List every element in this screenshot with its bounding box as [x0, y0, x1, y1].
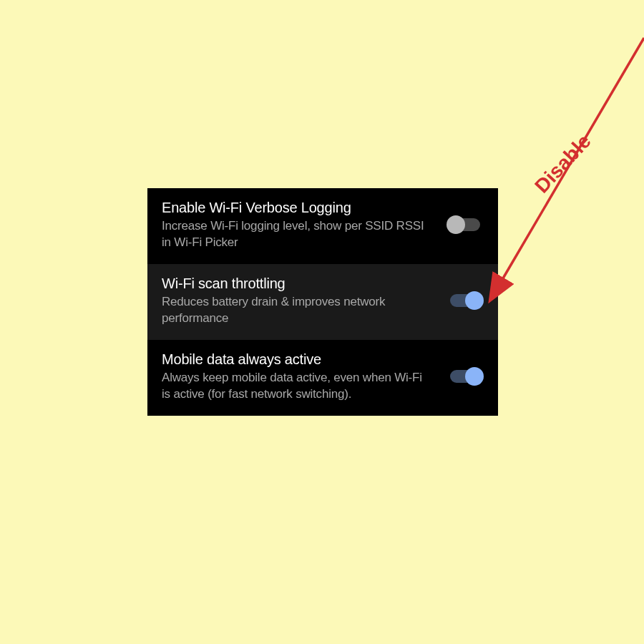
svg-line-1 [501, 38, 644, 282]
annotation-label: Disable [530, 130, 595, 198]
setting-title: Wi-Fi scan throttling [162, 274, 432, 293]
setting-title: Enable Wi-Fi Verbose Logging [162, 198, 432, 217]
setting-description: Reduces battery drain & improves network… [162, 294, 432, 327]
toggle-thumb [465, 291, 484, 310]
settings-panel: Enable Wi-Fi Verbose Logging Increase Wi… [147, 188, 498, 416]
toggle-scan-throttling[interactable] [447, 291, 484, 311]
setting-text: Wi-Fi scan throttling Reduces battery dr… [162, 274, 447, 327]
setting-title: Mobile data always active [162, 350, 432, 369]
setting-row-verbose-logging[interactable]: Enable Wi-Fi Verbose Logging Increase Wi… [147, 188, 498, 264]
setting-text: Mobile data always active Always keep mo… [162, 350, 447, 403]
setting-description: Always keep mobile data active, even whe… [162, 370, 432, 403]
toggle-thumb [465, 367, 484, 386]
setting-description: Increase Wi-Fi logging level, show per S… [162, 218, 432, 251]
toggle-verbose-logging[interactable] [447, 215, 484, 235]
setting-row-mobile-data[interactable]: Mobile data always active Always keep mo… [147, 340, 498, 416]
toggle-mobile-data[interactable] [447, 366, 484, 386]
toggle-thumb [447, 215, 465, 234]
setting-row-scan-throttling[interactable]: Wi-Fi scan throttling Reduces battery dr… [147, 264, 498, 340]
setting-text: Enable Wi-Fi Verbose Logging Increase Wi… [162, 198, 447, 251]
